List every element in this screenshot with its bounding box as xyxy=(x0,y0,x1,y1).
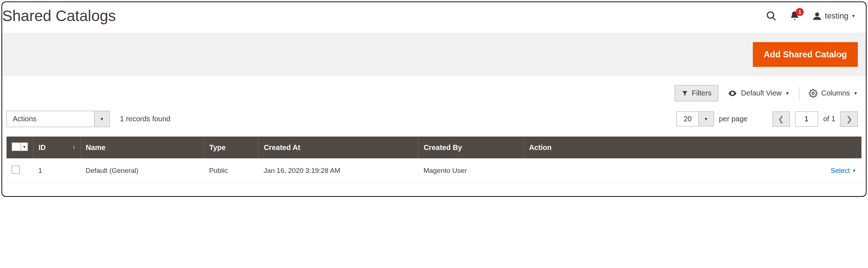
cell-type: Public xyxy=(204,158,258,183)
column-action: Action xyxy=(524,137,861,158)
svg-point-0 xyxy=(767,12,774,19)
page-input[interactable] xyxy=(795,111,818,127)
next-page-button[interactable]: ❯ xyxy=(840,111,858,127)
per-page-label: per page xyxy=(719,115,748,123)
cell-created-by: Magento User xyxy=(418,158,524,183)
chevron-down-icon: ▼ xyxy=(853,91,858,96)
per-page-dropdown[interactable]: 20 ▼ xyxy=(677,111,714,126)
chevron-down-icon: ▼ xyxy=(698,112,714,126)
chevron-left-icon: ❮ xyxy=(778,115,784,123)
filters-label: Filters xyxy=(692,89,711,97)
user-menu[interactable]: testing ▼ xyxy=(812,11,856,21)
column-created-at[interactable]: Created At xyxy=(258,137,418,158)
sort-down-icon: ↓ xyxy=(72,143,75,150)
notifications-icon[interactable]: 1 xyxy=(789,11,800,21)
shared-catalogs-table: ▼ ID ↓ Name Type Created At Created By A… xyxy=(7,137,861,183)
records-found: 1 records found xyxy=(120,115,170,123)
chevron-right-icon: ❯ xyxy=(846,115,852,123)
svg-point-3 xyxy=(812,92,814,94)
separator xyxy=(799,87,799,100)
filters-button[interactable]: Filters xyxy=(675,85,718,101)
actions-dropdown[interactable]: Actions ▼ xyxy=(7,111,110,127)
page-title: Shared Catalogs xyxy=(2,7,116,25)
table-header-row: ▼ ID ↓ Name Type Created At Created By A… xyxy=(7,137,861,158)
of-pages-label: of 1 xyxy=(823,115,835,123)
chevron-down-icon: ▼ xyxy=(785,91,790,96)
row-checkbox[interactable] xyxy=(12,166,20,174)
column-created-by[interactable]: Created By xyxy=(418,137,524,158)
svg-line-1 xyxy=(773,17,775,20)
column-id[interactable]: ID ↓ xyxy=(33,137,80,158)
default-view-label: Default View xyxy=(741,89,782,97)
column-type[interactable]: Type xyxy=(204,137,258,158)
select-action-button[interactable]: Select ▼ xyxy=(831,167,856,175)
user-icon xyxy=(812,11,822,21)
gear-icon xyxy=(809,89,817,98)
column-checkbox[interactable]: ▼ xyxy=(7,137,33,158)
add-shared-catalog-button[interactable]: Add Shared Catalog xyxy=(753,42,858,67)
chevron-down-icon: ▼ xyxy=(852,168,856,173)
svg-point-2 xyxy=(815,12,819,16)
select-all-checkbox[interactable] xyxy=(12,143,20,151)
per-page-value: 20 xyxy=(677,112,698,126)
columns-button[interactable]: Columns ▼ xyxy=(809,89,858,98)
table-row[interactable]: 1 Default (General) Public Jan 16, 2020 … xyxy=(7,158,861,183)
default-view-button[interactable]: Default View ▼ xyxy=(728,89,790,98)
chevron-down-icon: ▼ xyxy=(851,13,856,19)
notification-badge: 1 xyxy=(796,8,804,16)
chevron-down-icon[interactable]: ▼ xyxy=(21,143,28,151)
columns-label: Columns xyxy=(821,89,850,97)
cell-created-at: Jan 16, 2020 3:19:28 AM xyxy=(258,158,418,183)
actions-label: Actions xyxy=(7,111,94,127)
prev-page-button[interactable]: ❮ xyxy=(772,111,790,127)
chevron-down-icon: ▼ xyxy=(94,111,109,127)
funnel-icon xyxy=(682,90,688,97)
cell-name: Default (General) xyxy=(80,158,204,183)
eye-icon xyxy=(728,89,737,98)
cell-id: 1 xyxy=(33,158,80,183)
user-name: testing xyxy=(825,11,848,21)
search-icon[interactable] xyxy=(766,11,777,21)
column-name[interactable]: Name xyxy=(80,137,204,158)
